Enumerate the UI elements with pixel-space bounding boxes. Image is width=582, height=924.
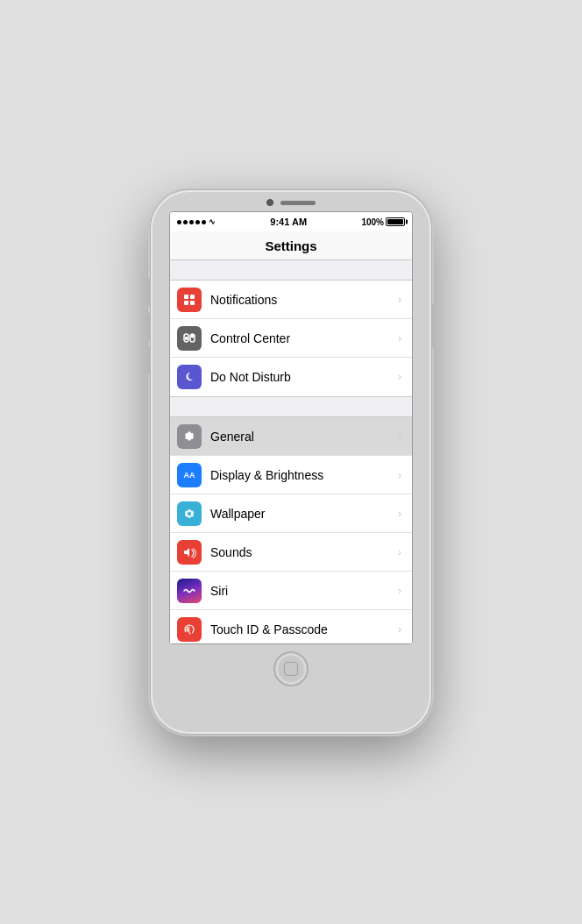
- status-left: ∿: [177, 217, 216, 226]
- aa-text: AA: [184, 471, 195, 480]
- control-center-chevron: ›: [398, 332, 401, 345]
- battery-percentage: 100%: [361, 217, 384, 227]
- settings-item-wallpaper[interactable]: Wallpaper ›: [170, 494, 412, 533]
- settings-item-touch-id[interactable]: Touch ID & Passcode ›: [170, 610, 412, 644]
- phone-top: [151, 190, 431, 210]
- general-chevron: ›: [398, 430, 401, 443]
- earpiece-speaker: [280, 201, 316, 205]
- siri-chevron: ›: [398, 585, 401, 597]
- settings-item-do-not-disturb[interactable]: Do Not Disturb ›: [170, 358, 412, 396]
- navigation-bar: Settings: [170, 231, 412, 260]
- iphone-device: ∿ 9:41 AM 100% Settings: [151, 190, 431, 734]
- settings-item-general[interactable]: General ›: [170, 417, 412, 456]
- do-not-disturb-chevron: ›: [398, 371, 401, 383]
- battery-fill: [387, 219, 403, 224]
- sounds-icon-svg: [182, 545, 196, 559]
- page-title: Settings: [265, 238, 316, 253]
- svg-point-14: [188, 511, 191, 515]
- do-not-disturb-icon: [177, 365, 202, 389]
- display-brightness-chevron: ›: [398, 469, 401, 481]
- home-button-inner: [284, 662, 298, 676]
- touchid-icon-svg: [182, 622, 196, 636]
- volume-up-button[interactable]: [147, 313, 150, 341]
- home-button[interactable]: [273, 651, 309, 686]
- notifications-icon-svg: [182, 293, 196, 307]
- control-center-label: Control Center: [210, 331, 398, 345]
- touch-id-label: Touch ID & Passcode: [210, 622, 398, 636]
- notifications-label: Notifications: [210, 293, 398, 307]
- signal-dot-2: [183, 220, 188, 224]
- svg-rect-3: [190, 301, 195, 305]
- power-button[interactable]: [432, 304, 435, 348]
- wallpaper-icon-svg: [182, 507, 196, 521]
- wifi-icon: ∿: [209, 217, 216, 226]
- svg-rect-2: [184, 301, 188, 305]
- moon-icon-svg: [182, 370, 196, 384]
- siri-label: Siri: [210, 584, 398, 598]
- signal-dot-5: [202, 220, 206, 224]
- siri-icon: [177, 579, 202, 603]
- touch-id-icon: [177, 617, 202, 642]
- battery-icon-status: [386, 217, 405, 226]
- section-gap-middle: [170, 397, 412, 416]
- notifications-icon: [177, 288, 202, 312]
- volume-down-button[interactable]: [147, 346, 150, 374]
- settings-list: Notifications › Control Center: [170, 260, 412, 644]
- control-center-icon-svg: [182, 331, 196, 345]
- wallpaper-chevron: ›: [398, 508, 401, 520]
- display-brightness-icon: AA: [177, 463, 202, 487]
- status-bar: ∿ 9:41 AM 100%: [170, 212, 412, 231]
- status-right: 100%: [361, 217, 405, 227]
- front-camera: [266, 199, 273, 206]
- general-label: General: [210, 430, 398, 444]
- section-gap-top: [170, 260, 412, 280]
- general-icon: [177, 424, 202, 449]
- signal-dot-1: [177, 220, 181, 224]
- control-center-icon: [177, 326, 202, 351]
- siri-icon-svg: [182, 584, 196, 598]
- settings-group-1: Notifications › Control Center: [170, 280, 412, 397]
- sounds-icon: [177, 540, 202, 565]
- screen: ∿ 9:41 AM 100% Settings: [169, 211, 413, 644]
- settings-item-sounds[interactable]: Sounds ›: [170, 533, 412, 572]
- settings-item-control-center[interactable]: Control Center ›: [170, 319, 412, 358]
- touch-id-chevron: ›: [398, 623, 401, 636]
- wallpaper-icon: [177, 501, 202, 526]
- sounds-label: Sounds: [210, 545, 398, 559]
- svg-rect-1: [190, 295, 195, 299]
- settings-group-2: General › AA Display & Brightness ›: [170, 416, 412, 644]
- wallpaper-label: Wallpaper: [210, 507, 398, 521]
- settings-item-notifications[interactable]: Notifications ›: [170, 281, 412, 319]
- camera-area: [266, 199, 316, 206]
- sounds-chevron: ›: [398, 546, 401, 558]
- signal-dot-3: [189, 220, 194, 224]
- signal-dot-4: [195, 220, 200, 224]
- svg-rect-0: [184, 295, 188, 299]
- status-time: 9:41 AM: [270, 217, 307, 227]
- notifications-chevron: ›: [398, 294, 401, 306]
- settings-item-siri[interactable]: Siri ›: [170, 572, 412, 610]
- signal-strength: [177, 220, 206, 224]
- svg-point-7: [191, 334, 195, 338]
- display-brightness-label: Display & Brightness: [210, 468, 398, 482]
- settings-item-display-brightness[interactable]: AA Display & Brightness ›: [170, 456, 412, 494]
- do-not-disturb-label: Do Not Disturb: [210, 370, 398, 384]
- gear-icon-svg: [182, 430, 196, 444]
- svg-point-5: [185, 337, 188, 340]
